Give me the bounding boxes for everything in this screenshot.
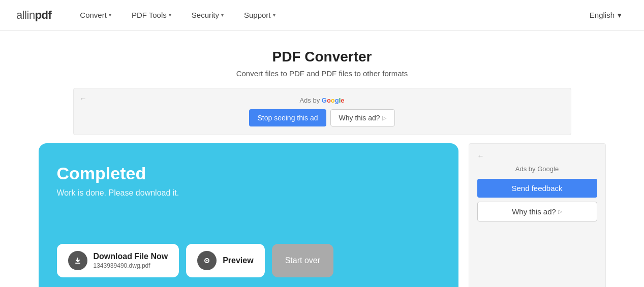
completed-card: Completed Work is done. Please download …: [39, 143, 458, 287]
svg-point-3: [206, 260, 208, 262]
ad-banner-top: ← Ads by Google Stop seeing this ad Why …: [73, 88, 571, 135]
hero-section: PDF Converter Convert files to PDF and P…: [0, 30, 644, 88]
main-content: Completed Work is done. Please download …: [22, 143, 622, 287]
preview-icon: [197, 251, 217, 270]
filename: 1343939490.dwg.pdf: [94, 262, 168, 269]
download-icon: [68, 251, 87, 270]
side-ad-buttons: Send feedback Why this ad? ▷: [477, 179, 597, 221]
nav-label-pdf-tools: PDF Tools: [132, 11, 167, 19]
nav-label-convert: Convert: [80, 11, 107, 19]
why-this-ad-button[interactable]: Why this ad? ▷: [330, 109, 395, 126]
nav-item-convert[interactable]: Convert ▾: [72, 7, 119, 23]
chevron-down-icon: ▾: [109, 12, 111, 18]
chevron-down-icon: ▾: [221, 12, 224, 18]
ads-by-google-label: Ads by Google: [299, 97, 344, 104]
completed-title: Completed: [57, 164, 440, 183]
preview-button[interactable]: Preview: [186, 244, 264, 277]
start-over-button[interactable]: Start over: [272, 244, 333, 277]
nav-item-pdf-tools[interactable]: PDF Tools ▾: [124, 7, 179, 23]
completed-header: Completed Work is done. Please download …: [57, 164, 440, 198]
download-text: Download File Now 1343939490.dwg.pdf: [94, 252, 168, 269]
back-arrow-icon[interactable]: ←: [80, 94, 87, 103]
logo[interactable]: allinpdf: [16, 9, 51, 22]
page-subtitle: Convert files to PDF and PDF files to ot…: [8, 69, 636, 78]
chevron-down-icon: ▾: [169, 12, 171, 18]
why-icon: ▷: [382, 115, 386, 121]
preview-label: Preview: [223, 256, 253, 265]
nav-label-security: Security: [192, 11, 219, 19]
side-ads-by-google: Ads by Google: [477, 165, 597, 173]
nav-label-support: Support: [244, 11, 271, 19]
language-label: English: [590, 11, 615, 19]
completed-actions: Download File Now 1343939490.dwg.pdf Pre…: [57, 244, 440, 277]
completed-subtitle: Work is done. Please download it.: [57, 188, 440, 198]
stop-seeing-ad-button[interactable]: Stop seeing this ad: [249, 109, 326, 126]
send-feedback-button[interactable]: Send feedback: [477, 179, 597, 198]
header: allinpdf Convert ▾ PDF Tools ▾ Security …: [0, 0, 644, 30]
side-ad: ← Ads by Google Send feedback Why this a…: [469, 143, 606, 287]
side-back-arrow-icon[interactable]: ←: [477, 152, 597, 160]
ad-buttons: Stop seeing this ad Why this ad? ▷: [249, 109, 394, 126]
chevron-down-icon: ▾: [273, 12, 275, 18]
nav-item-support[interactable]: Support ▾: [236, 7, 284, 23]
side-why-icon: ▷: [558, 208, 562, 215]
download-button[interactable]: Download File Now 1343939490.dwg.pdf: [57, 244, 179, 277]
nav: Convert ▾ PDF Tools ▾ Security ▾ Support…: [72, 7, 583, 23]
chevron-down-icon: ▾: [618, 11, 622, 20]
side-why-this-ad-button[interactable]: Why this ad? ▷: [477, 202, 597, 221]
language-selector[interactable]: English ▾: [584, 7, 628, 24]
page-title: PDF Converter: [8, 49, 636, 65]
download-label: Download File Now: [94, 252, 168, 261]
nav-item-security[interactable]: Security ▾: [183, 7, 232, 23]
logo-text: allinpdf: [16, 9, 51, 22]
